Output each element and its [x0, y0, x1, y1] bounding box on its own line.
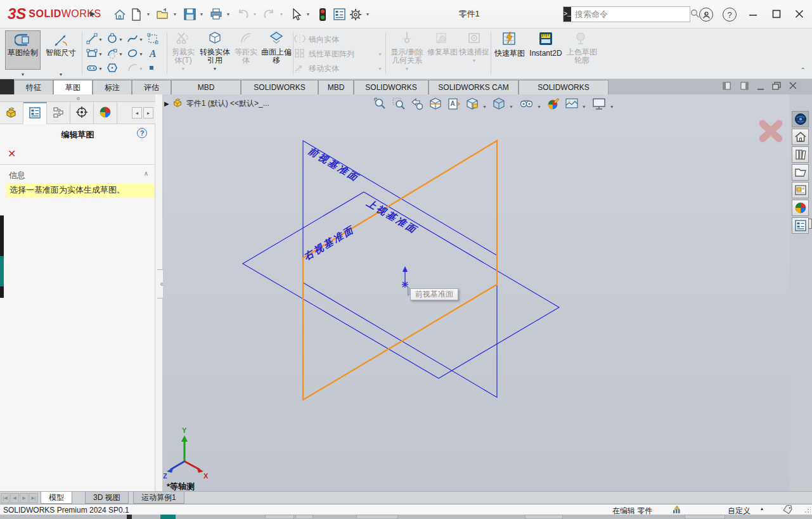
options-gear-icon[interactable]	[347, 6, 364, 23]
hide-show-dropdown[interactable]: ▼	[537, 105, 541, 109]
view-palette-icon[interactable]	[792, 182, 809, 198]
feature-tree-flyout-icon[interactable]: ▶	[164, 100, 169, 107]
display-style-icon[interactable]	[491, 96, 507, 112]
view-settings-icon[interactable]	[590, 96, 608, 112]
sketch-button-dropdown[interactable]: ▼	[5, 70, 41, 79]
sketch-button[interactable]: 草图绘制	[5, 30, 41, 70]
open-dropdown[interactable]: ▼	[171, 6, 179, 23]
task-list-icon[interactable]	[331, 6, 347, 23]
doc-minimize-icon[interactable]	[757, 84, 764, 92]
open-icon[interactable]	[155, 6, 171, 23]
smart-dimension-button[interactable]: 智能尺寸	[43, 30, 79, 70]
maximize-button[interactable]	[764, 0, 789, 28]
resize-grip[interactable]	[804, 507, 811, 513]
edit-appearance-icon[interactable]	[545, 96, 562, 112]
custom-properties-icon[interactable]	[792, 217, 809, 234]
tab-addins[interactable]: SOLIDWORKS 插件	[241, 80, 318, 94]
traffic-light-icon[interactable]	[314, 6, 331, 23]
rectangle-tool-dropdown[interactable]: ▼	[98, 52, 103, 56]
breadcrumb[interactable]: ▶ 零件1 (默认) <<默认>_...	[164, 98, 269, 109]
view-orientation-icon[interactable]	[464, 96, 480, 112]
slot-tool-dropdown[interactable]: ▼	[98, 67, 103, 71]
confirmation-corner-cancel-icon[interactable]	[757, 119, 784, 146]
point-tool-icon[interactable]	[147, 63, 156, 74]
appearances-icon[interactable]	[792, 200, 809, 216]
rapid-sketch-button[interactable]: 快速草图	[493, 31, 526, 58]
tab-scroll-first[interactable]: |◀	[1, 493, 10, 503]
design-library-icon[interactable]	[792, 146, 809, 163]
save-icon[interactable]	[181, 6, 198, 23]
menu-flyout-arrow-icon[interactable]: ▶	[90, 10, 95, 18]
tab-inspection[interactable]: SOLIDWORKS Inspection	[519, 80, 609, 94]
front-plane[interactable]	[303, 141, 497, 397]
info-collapse-icon[interactable]: ∧	[144, 170, 148, 177]
panel-tab-scroll-right[interactable]: ▸	[143, 107, 153, 119]
graphics-area[interactable]: 前视基准面 上视基准面 右视基准面 Y	[163, 94, 790, 491]
tab-sketch[interactable]: 草图	[53, 80, 93, 94]
minimize-button[interactable]	[740, 0, 766, 28]
section-view-icon[interactable]	[427, 96, 444, 112]
feature-manager-tab[interactable]	[0, 102, 23, 124]
help-icon[interactable]: ?	[723, 8, 737, 22]
tab-model[interactable]: 模型	[41, 492, 72, 504]
surface-offset-button[interactable]: 曲面上偏移	[260, 31, 293, 65]
account-icon[interactable]	[699, 8, 713, 22]
smart-dimension-dropdown[interactable]: ▼	[43, 70, 79, 79]
circle-tool-icon[interactable]	[106, 33, 118, 46]
print-dropdown[interactable]: ▼	[224, 6, 232, 23]
save-dropdown[interactable]: ▼	[198, 6, 205, 23]
tab-3d-views[interactable]: 3D 视图	[85, 492, 129, 504]
panel-tab-scroll-left[interactable]: ◂	[132, 107, 142, 119]
search-input[interactable]	[571, 10, 690, 19]
bounding-box-tool-icon[interactable]	[147, 33, 158, 46]
pane-left-icon[interactable]	[723, 82, 731, 91]
tab-features[interactable]: 特征	[14, 80, 53, 94]
display-manager-tab[interactable]	[94, 102, 117, 124]
tab-scroll-prev[interactable]: ◀	[10, 493, 19, 503]
search-icon[interactable]	[690, 9, 700, 20]
doc-restore-icon[interactable]	[772, 82, 781, 91]
view-settings-dropdown[interactable]: ▼	[610, 105, 614, 109]
arc-tool-icon[interactable]	[106, 48, 118, 61]
home-panel-icon[interactable]	[792, 129, 809, 145]
arc-tool-dropdown[interactable]: ▼	[119, 52, 123, 56]
panel-horizontal-splitter[interactable]	[0, 94, 155, 102]
command-search[interactable]: >_ ▼	[563, 6, 690, 22]
tab-evaluate[interactable]: 评估	[132, 80, 171, 94]
cancel-sketch-button[interactable]: ✕	[8, 148, 16, 160]
new-document-icon[interactable]	[128, 6, 145, 23]
pane-right-icon[interactable]	[740, 82, 749, 91]
tab-annotation[interactable]: 标注	[93, 80, 132, 94]
hide-show-items-icon[interactable]	[517, 96, 535, 112]
property-manager-tab[interactable]	[23, 102, 47, 124]
rectangle-tool-icon[interactable]	[86, 48, 98, 61]
line-tool-icon[interactable]	[86, 33, 98, 46]
zoom-fit-icon[interactable]	[372, 96, 389, 112]
panel-vertical-splitter[interactable]	[155, 94, 163, 491]
tab-mbd[interactable]: MBD	[318, 80, 354, 94]
text-tool-icon[interactable]: A	[147, 48, 158, 61]
polygon-tool-icon[interactable]	[106, 62, 118, 75]
circle-tool-dropdown[interactable]: ▼	[119, 37, 123, 42]
spline-tool-icon[interactable]	[127, 33, 138, 46]
3d-drawing-view-icon[interactable]: A	[446, 96, 462, 112]
select-icon[interactable]	[288, 6, 304, 23]
tab-cam[interactable]: SOLIDWORKS CAM	[354, 80, 429, 94]
tab-motion-study[interactable]: 运动算例1	[133, 492, 184, 504]
configuration-manager-tab[interactable]	[47, 102, 70, 124]
instant2d-button[interactable]: Instant2D	[527, 31, 564, 58]
apply-scene-icon[interactable]	[564, 96, 580, 112]
tab-scroll-next[interactable]: ▶	[20, 493, 29, 503]
zoom-area-icon[interactable]	[390, 96, 407, 112]
view-orientation-dropdown[interactable]: ▼	[482, 105, 487, 109]
new-document-dropdown[interactable]: ▼	[145, 6, 152, 23]
select-dropdown[interactable]: ▼	[304, 6, 312, 23]
panel-help-icon[interactable]: ?	[137, 128, 147, 138]
ellipse-tool-icon[interactable]	[127, 48, 138, 61]
3dexperience-icon[interactable]	[792, 111, 809, 127]
tab-cam-tbm[interactable]: SOLIDWORKS CAM TBM	[429, 80, 519, 94]
line-tool-dropdown[interactable]: ▼	[98, 37, 103, 42]
spline-tool-dropdown[interactable]: ▼	[139, 37, 143, 42]
slot-tool-icon[interactable]	[86, 62, 98, 75]
previous-view-icon[interactable]	[409, 96, 425, 112]
